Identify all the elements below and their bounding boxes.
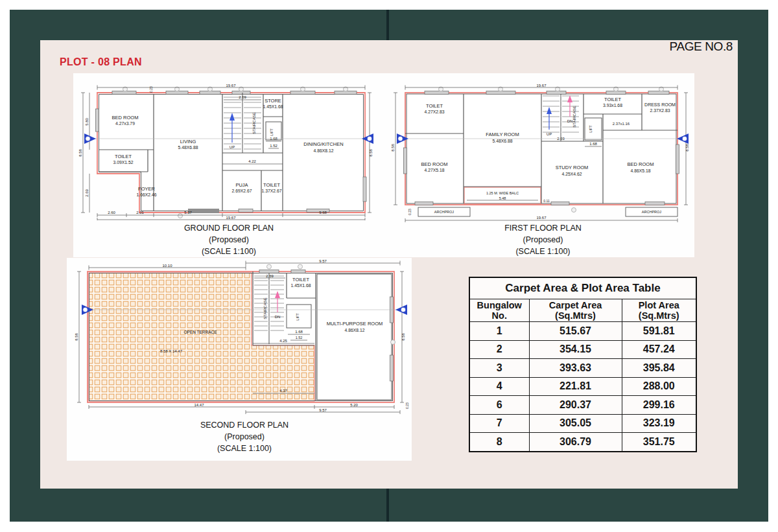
svg-text:ARCHPROJ: ARCHPROJ	[434, 210, 454, 214]
svg-text:4.22: 4.22	[248, 159, 256, 163]
ground-floor-title: GROUND FLOOR PLAN (Proposed) (SCALE 1:10…	[77, 223, 381, 257]
svg-text:4.27x3.79: 4.27x3.79	[115, 121, 135, 126]
table-row: 3393.63395.84	[469, 359, 696, 378]
svg-text:BED ROOM: BED ROOM	[421, 161, 448, 167]
svg-text:STAIRCASE: STAIRCASE	[263, 297, 267, 319]
cell-plot: 299.16	[622, 396, 696, 415]
col-header-plot: Plot Area (Sq.Mtrs)	[622, 299, 696, 322]
svg-text:4.86X5.18: 4.86X5.18	[631, 168, 651, 173]
ff-up-label: UP	[547, 132, 552, 136]
cell-plot: 395.84	[622, 359, 696, 378]
cell-plot: 457.24	[622, 340, 696, 359]
svg-text:14.47: 14.47	[194, 403, 204, 407]
svg-text:4.27X5.18: 4.27X5.18	[425, 168, 445, 172]
svg-text:2.60: 2.60	[108, 211, 115, 214]
cell-carpet: 290.37	[529, 396, 622, 415]
svg-text:8.58 X 14.47: 8.58 X 14.47	[160, 349, 183, 353]
svg-text:5.48: 5.48	[499, 196, 506, 200]
svg-text:4.25X4.62: 4.25X4.62	[562, 172, 582, 176]
table-row: 2354.15457.24	[469, 340, 696, 359]
second-floor-plan: DN 9.57 10.10 8.58 8.58 0.23 14.47 5.20 …	[73, 258, 416, 420]
svg-text:MULTI-PURPOSE ROOM: MULTI-PURPOSE ROOM	[327, 321, 383, 327]
plan-title-line: SECOND FLOOR PLAN	[73, 420, 416, 432]
cell-carpet: 393.63	[529, 359, 622, 378]
table-row: 1515.67591.81	[469, 322, 696, 341]
first-floor-plan: UP DN 19.67 8.58 8.58 19.67 2.69 1.68 5.…	[389, 83, 697, 224]
svg-text:0.23: 0.23	[405, 402, 409, 409]
ff-walls	[405, 93, 678, 216]
svg-text:1.66X2.46: 1.66X2.46	[137, 192, 157, 197]
svg-text:TOILET: TOILET	[292, 277, 310, 283]
svg-text:8.58: 8.58	[78, 149, 82, 157]
cell-bungalow: 8	[469, 433, 529, 452]
svg-text:LIVING: LIVING	[180, 139, 196, 145]
svg-text:4.27X2.83: 4.27X2.83	[425, 110, 445, 114]
svg-text:8.58: 8.58	[75, 333, 78, 341]
page-number: PAGE NO.8	[642, 40, 733, 54]
svg-text:2.69: 2.69	[239, 95, 246, 99]
svg-text:8.58: 8.58	[391, 144, 395, 152]
cell-bungalow: 7	[469, 414, 529, 433]
svg-text:9.68: 9.68	[319, 211, 327, 214]
svg-text:TOILET: TOILET	[426, 103, 443, 109]
svg-text:4.25: 4.25	[279, 339, 287, 343]
cell-carpet: 354.15	[529, 340, 622, 359]
svg-text:0.23: 0.23	[149, 86, 153, 93]
sf-dn-label: DN	[275, 315, 281, 319]
svg-text:0.11: 0.11	[543, 199, 550, 203]
svg-text:8.58: 8.58	[369, 149, 373, 157]
svg-text:4.37: 4.37	[279, 389, 287, 393]
svg-text:PUJA: PUJA	[235, 182, 248, 188]
svg-text:19.67: 19.67	[536, 216, 547, 220]
plan-title-line: FIRST FLOOR PLAN	[389, 223, 697, 235]
svg-text:LIFT: LIFT	[270, 128, 274, 136]
plan-title-line: GROUND FLOOR PLAN	[77, 223, 381, 235]
svg-text:2.69: 2.69	[266, 274, 274, 278]
svg-text:3.09X1.52: 3.09X1.52	[113, 160, 134, 165]
svg-text:1.52: 1.52	[296, 336, 303, 340]
table-row: 8306.79351.75	[469, 433, 696, 452]
cell-bungalow: 1	[469, 322, 529, 341]
gf-up-label: UP	[230, 145, 235, 149]
svg-text:2.01: 2.01	[136, 211, 144, 214]
svg-text:1.68: 1.68	[295, 330, 303, 334]
svg-text:DINING/KITCHEN: DINING/KITCHEN	[303, 141, 343, 147]
ground-floor-plan: UP 19.67 0.23 8.58 5.80 2.69 8.58 2.60 2…	[77, 83, 381, 220]
col-header-carpet: Carpet Area (Sq.Mtrs)	[529, 299, 622, 322]
table-row: 4221.81288.00	[469, 377, 696, 396]
svg-text:STAIRCASE: STAIRCASE	[252, 112, 256, 134]
cell-plot: 591.81	[622, 322, 696, 341]
plan-proposed-line: (Proposed)	[389, 235, 697, 246]
col-header-bungalow: Bungalow No.	[469, 299, 529, 322]
svg-text:1.25 M. WIDE BALC: 1.25 M. WIDE BALC	[486, 191, 519, 195]
svg-text:2.69: 2.69	[85, 189, 89, 197]
svg-text:FAMILY ROOM: FAMILY ROOM	[486, 132, 519, 137]
svg-text:2.37X2.83: 2.37X2.83	[650, 108, 670, 113]
cell-plot: 351.75	[622, 433, 696, 452]
cell-carpet: 306.79	[529, 433, 622, 452]
svg-text:5.48X6.88: 5.48X6.88	[178, 145, 198, 150]
svg-text:4.86X8.12: 4.86X8.12	[345, 328, 365, 332]
svg-text:2.69X2.67: 2.69X2.67	[232, 189, 252, 193]
cell-carpet: 305.05	[529, 414, 622, 433]
cell-plot: 323.19	[622, 414, 696, 433]
svg-text:ARCHPROJ: ARCHPROJ	[642, 210, 662, 214]
svg-text:1.68: 1.68	[589, 142, 597, 146]
svg-text:5.20: 5.20	[350, 403, 358, 407]
table-row: 7305.05323.19	[469, 414, 696, 433]
cell-carpet: 221.81	[529, 377, 622, 396]
svg-text:FOYER: FOYER	[138, 186, 155, 192]
svg-text:9.57: 9.57	[319, 259, 327, 263]
svg-text:1.45X1.68: 1.45X1.68	[263, 104, 283, 109]
plan-proposed-line: (Proposed)	[77, 235, 381, 246]
cell-bungalow: 3	[469, 359, 529, 378]
svg-text:19.67: 19.67	[226, 84, 236, 87]
table-title: Carpet Area & Plot Area Table	[469, 277, 696, 299]
plot-08-plan-sheet: { "page": { "page_no": "PAGE NO.8", "plo…	[0, 0, 778, 532]
svg-text:2.69: 2.69	[557, 137, 565, 141]
svg-text:OPEN TERRACE: OPEN TERRACE	[183, 330, 217, 334]
svg-text:3.93x1.68: 3.93x1.68	[603, 103, 622, 108]
svg-text:8.58: 8.58	[685, 144, 689, 152]
spine-line-bottom	[386, 489, 389, 522]
sf-walls	[88, 272, 394, 402]
